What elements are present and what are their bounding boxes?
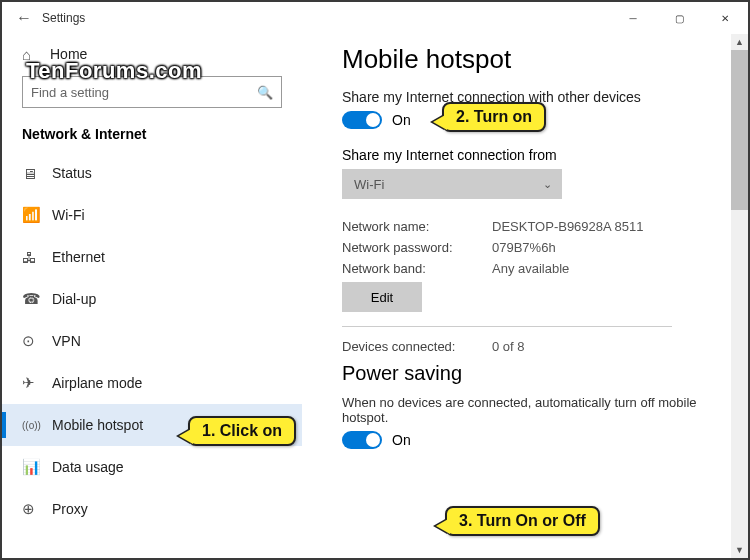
edit-button[interactable]: Edit — [342, 282, 422, 312]
back-button[interactable]: ← — [10, 9, 38, 27]
maximize-button[interactable]: ▢ — [656, 2, 702, 34]
search-icon: 🔍 — [257, 85, 273, 100]
hotspot-icon: ((o)) — [22, 420, 52, 431]
sidebar-item-label: Wi-Fi — [52, 207, 85, 223]
sidebar-home[interactable]: ⌂ Home — [2, 34, 302, 74]
share-from-value: Wi-Fi — [354, 177, 384, 192]
callout-2: 2. Turn on — [442, 102, 546, 132]
scroll-down-icon[interactable]: ▼ — [731, 542, 748, 558]
share-from-select[interactable]: Wi-Fi ⌄ — [342, 169, 562, 199]
sidebar-item-label: VPN — [52, 333, 81, 349]
power-saving-toggle[interactable] — [342, 431, 382, 449]
devices-connected-value: 0 of 8 — [492, 339, 525, 354]
window-controls: ─ ▢ ✕ — [610, 2, 748, 34]
sidebar-category: Network & Internet — [2, 118, 302, 152]
divider — [342, 326, 672, 327]
share-from-label: Share my Internet connection from — [342, 147, 728, 163]
chevron-down-icon: ⌄ — [543, 178, 552, 191]
power-saving-heading: Power saving — [342, 362, 728, 385]
network-band-label: Network band: — [342, 261, 492, 276]
sidebar: ⌂ Home Find a setting 🔍 Network & Intern… — [2, 34, 302, 558]
close-button[interactable]: ✕ — [702, 2, 748, 34]
sidebar-item-label: Mobile hotspot — [52, 417, 143, 433]
home-label: Home — [50, 46, 87, 62]
vpn-icon: ⊙ — [22, 332, 52, 350]
devices-connected-label: Devices connected: — [342, 339, 492, 354]
sidebar-item-dialup[interactable]: ☎Dial-up — [2, 278, 302, 320]
titlebar: ← Settings ─ ▢ ✕ — [2, 2, 748, 34]
settings-window: ← Settings ─ ▢ ✕ ⌂ Home Find a setting 🔍… — [2, 2, 748, 558]
share-toggle-state: On — [392, 112, 411, 128]
sidebar-item-status[interactable]: 🖥Status — [2, 152, 302, 194]
sidebar-item-wifi[interactable]: 📶Wi-Fi — [2, 194, 302, 236]
sidebar-item-ethernet[interactable]: 🖧Ethernet — [2, 236, 302, 278]
scrollbar[interactable]: ▲ ▼ — [731, 34, 748, 558]
sidebar-item-data-usage[interactable]: 📊Data usage — [2, 446, 302, 488]
power-saving-text: When no devices are connected, automatic… — [342, 395, 728, 425]
search-placeholder: Find a setting — [31, 85, 109, 100]
wifi-icon: 📶 — [22, 206, 52, 224]
scrollbar-thumb[interactable] — [731, 50, 748, 210]
window-title: Settings — [38, 11, 610, 25]
scroll-up-icon[interactable]: ▲ — [731, 34, 748, 50]
sidebar-item-label: Proxy — [52, 501, 88, 517]
callout-1: 1. Click on — [188, 416, 296, 446]
network-password-value: 079B7%6h — [492, 240, 556, 255]
home-icon: ⌂ — [22, 46, 50, 63]
sidebar-item-airplane[interactable]: ✈Airplane mode — [2, 362, 302, 404]
sidebar-item-label: Dial-up — [52, 291, 96, 307]
sidebar-item-vpn[interactable]: ⊙VPN — [2, 320, 302, 362]
sidebar-item-proxy[interactable]: ⊕Proxy — [2, 488, 302, 530]
sidebar-item-label: Data usage — [52, 459, 124, 475]
sidebar-item-label: Airplane mode — [52, 375, 142, 391]
minimize-button[interactable]: ─ — [610, 2, 656, 34]
callout-3: 3. Turn On or Off — [445, 506, 600, 536]
network-name-label: Network name: — [342, 219, 492, 234]
share-connection-toggle[interactable] — [342, 111, 382, 129]
proxy-icon: ⊕ — [22, 500, 52, 518]
dialup-icon: ☎ — [22, 290, 52, 308]
page-title: Mobile hotspot — [342, 44, 728, 75]
ethernet-icon: 🖧 — [22, 249, 52, 266]
data-usage-icon: 📊 — [22, 458, 52, 476]
sidebar-item-label: Status — [52, 165, 92, 181]
airplane-icon: ✈ — [22, 374, 52, 392]
network-band-value: Any available — [492, 261, 569, 276]
power-toggle-state: On — [392, 432, 411, 448]
sidebar-item-label: Ethernet — [52, 249, 105, 265]
search-input[interactable]: Find a setting 🔍 — [22, 76, 282, 108]
status-icon: 🖥 — [22, 165, 52, 182]
network-name-value: DESKTOP-B96928A 8511 — [492, 219, 644, 234]
network-password-label: Network password: — [342, 240, 492, 255]
